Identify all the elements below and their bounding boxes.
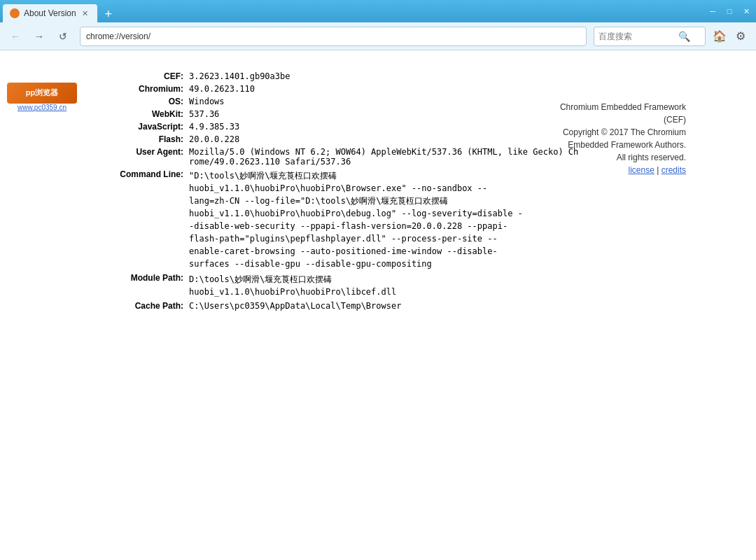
cache-path-label: Cache Path: — [98, 301, 189, 311]
command-line-row: Command Line: "D:\tools\妙啊滑\堰充莨枑口欢摆碡huob… — [98, 169, 742, 270]
cef-line3: Copyright © 2017 The Chromium — [560, 126, 686, 139]
logo-watermark: pp浏览器 www.pc0359.cn — [0, 78, 84, 115]
module-path-row: Module Path: D:\tools\妙啊滑\堰充莨枑口欢摆碡huobi_… — [98, 273, 742, 298]
field-label: OS: — [98, 97, 189, 106]
address-bar[interactable] — [86, 31, 580, 41]
search-area: 🔍 — [594, 27, 706, 46]
field-label: CEF: — [98, 71, 189, 81]
tab-close-button[interactable]: ✕ — [80, 8, 90, 18]
field-label: Chromium: — [98, 84, 189, 94]
content-area: pp浏览器 www.pc0359.cn Chromium Embedded Fr… — [0, 50, 756, 560]
info-row: CEF: 3.2623.1401.gb90a3be — [98, 71, 742, 81]
user-agent-label: User Agent: — [98, 147, 189, 157]
tab-favicon — [10, 8, 20, 18]
forward-button[interactable]: → — [29, 27, 49, 46]
field-value: 49.0.2623.110 — [189, 84, 255, 94]
home-button[interactable]: 🏠 — [710, 27, 729, 46]
field-value: 4.9.385.33 — [189, 122, 239, 132]
refresh-button[interactable]: ↺ — [53, 27, 73, 46]
settings-button[interactable]: ⚙ — [731, 27, 750, 46]
cef-info-box: Chromium Embedded Framework (CEF) Copyri… — [560, 101, 686, 176]
search-button[interactable]: 🔍 — [678, 31, 690, 42]
cef-line5: All rights reserved. — [560, 151, 686, 164]
credits-link[interactable]: credits — [662, 165, 686, 175]
cef-line1: Chromium Embedded Framework — [560, 101, 686, 113]
module-path-value: D:\tools\妙啊滑\堰充莨枑口欢摆碡huobi_v1.1.0\huobiP… — [189, 273, 396, 298]
user-agent-value: Mozilla/5.0 (Windows NT 6.2; WOW64) Appl… — [189, 147, 581, 167]
cef-links: license | credits — [560, 164, 686, 176]
nav-right-icons: 🏠 ⚙ — [710, 27, 750, 46]
search-input[interactable] — [598, 31, 676, 41]
window-controls: ─ □ ✕ — [706, 4, 753, 18]
logo-text: pp浏览器 — [26, 88, 58, 98]
tab-area: About Version ✕ + — [3, 0, 117, 22]
tab-label: About Version — [24, 8, 76, 18]
back-button[interactable]: ← — [6, 27, 25, 46]
cef-line2: (CEF) — [560, 113, 686, 126]
new-tab-button[interactable]: + — [100, 6, 117, 22]
maximize-button[interactable]: □ — [722, 4, 736, 18]
field-label: Flash: — [98, 134, 189, 144]
field-value: 3.2623.1401.gb90a3be — [189, 71, 290, 81]
cache-path-value: C:\Users\pc0359\AppData\Local\Temp\Brows… — [189, 301, 401, 311]
module-path-label: Module Path: — [98, 273, 189, 283]
field-value: 20.0.0.228 — [189, 134, 239, 144]
license-link[interactable]: license — [629, 165, 654, 175]
command-line-value: "D:\tools\妙啊滑\堰充莨枑口欢摆碡huobi_v1.1.0\huobi… — [189, 169, 523, 270]
field-label: WebKit: — [98, 109, 189, 119]
command-line-label: Command Line: — [98, 169, 189, 179]
info-row: Chromium: 49.0.2623.110 — [98, 84, 742, 94]
field-value: Windows — [189, 97, 225, 106]
address-bar-wrapper — [80, 27, 587, 46]
field-value: 537.36 — [189, 109, 219, 119]
cef-line4: Embedded Framework Authors. — [560, 139, 686, 151]
minimize-button[interactable]: ─ — [706, 4, 720, 18]
logo-url[interactable]: www.pc0359.cn — [18, 104, 66, 111]
active-tab[interactable]: About Version ✕ — [3, 4, 97, 22]
title-bar: About Version ✕ + ─ □ ✕ — [0, 0, 756, 22]
navigation-bar: ← → ↺ 🔍 🏠 ⚙ — [0, 22, 756, 50]
logo-image: pp浏览器 — [7, 83, 77, 104]
cache-path-row: Cache Path: C:\Users\pc0359\AppData\Loca… — [98, 301, 742, 311]
field-label: JavaScript: — [98, 122, 189, 132]
close-button[interactable]: ✕ — [739, 4, 753, 18]
